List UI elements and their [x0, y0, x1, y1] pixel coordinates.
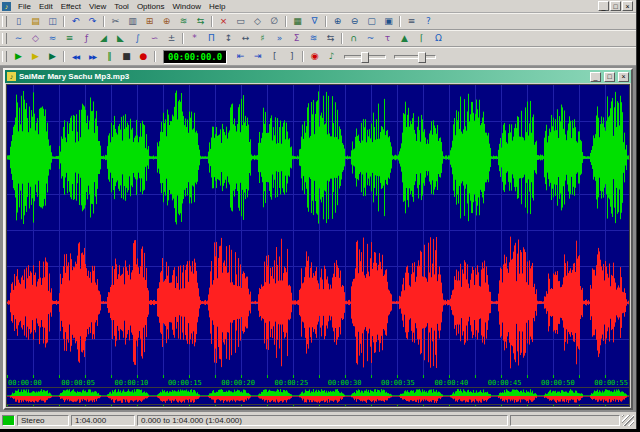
- equalizer-button[interactable]: ≡: [61, 32, 78, 45]
- toolbar-icon: ♯: [260, 34, 264, 43]
- paste-button[interactable]: ⊞: [141, 15, 158, 28]
- toolbar-icon: ≡: [66, 34, 74, 43]
- marker-button[interactable]: ∇: [306, 15, 323, 28]
- toolbar-icon: ƒ: [85, 34, 88, 43]
- smoother-button[interactable]: ~: [362, 32, 379, 45]
- menu-edit[interactable]: Edit: [35, 0, 57, 12]
- shape-button[interactable]: ∩: [345, 32, 362, 45]
- pitch-button[interactable]: ♯: [254, 32, 271, 45]
- document-titlebar[interactable]: ♪ SaiMar Mary Sachu Mp3.mp3 _ □ ×: [5, 70, 631, 83]
- set-start-marker-button[interactable]: [: [266, 50, 283, 63]
- rewind-button[interactable]: ◀◀: [67, 50, 84, 63]
- menu-tool[interactable]: Tool: [110, 0, 133, 12]
- cut-button[interactable]: ✂: [107, 15, 124, 28]
- copy-button[interactable]: ▥: [124, 15, 141, 28]
- zoom-in-button[interactable]: ⊕: [329, 15, 346, 28]
- toolbar-icon: ⊞: [146, 17, 154, 26]
- toolbar-drag-handle[interactable]: [2, 51, 7, 62]
- select-all-button[interactable]: ▦: [289, 15, 306, 28]
- toolbar-icon: ▥: [128, 17, 137, 26]
- fast-forward-button[interactable]: ▶▶: [84, 50, 101, 63]
- zoom-all-button[interactable]: ▣: [380, 15, 397, 28]
- offset-button[interactable]: ↕: [220, 32, 237, 45]
- menu-view[interactable]: View: [85, 0, 110, 12]
- screen: ♪ File Edit Effect View Tool Options Win…: [0, 0, 640, 432]
- fade-in-button[interactable]: ◢: [95, 32, 112, 45]
- zoom-out-button[interactable]: ⊖: [346, 15, 363, 28]
- waveform-display[interactable]: [7, 85, 629, 375]
- play-selection-button[interactable]: ▶: [27, 50, 44, 63]
- expression-button[interactable]: ƒ: [78, 32, 95, 45]
- help-button[interactable]: ?: [420, 15, 437, 28]
- toolbar-drag-handle[interactable]: [2, 33, 7, 44]
- volume-button[interactable]: ▲: [396, 32, 413, 45]
- filter-button[interactable]: ∫: [129, 32, 146, 45]
- zoom-selection-button[interactable]: ▢: [363, 15, 380, 28]
- toolbar-icon: ▭: [236, 17, 245, 26]
- noise-gate-button[interactable]: Ω: [430, 32, 447, 45]
- balance-slider[interactable]: [394, 52, 436, 61]
- reverb-button[interactable]: ≋: [305, 32, 322, 45]
- resize-grip[interactable]: [622, 415, 634, 426]
- new-button[interactable]: ▯: [10, 15, 27, 28]
- playback-rate-button[interactable]: »: [271, 32, 288, 45]
- play-button[interactable]: ▶: [10, 50, 27, 63]
- menu-effect[interactable]: Effect: [57, 0, 85, 12]
- document-minimize-button[interactable]: _: [590, 72, 601, 82]
- menu-help[interactable]: Help: [205, 0, 229, 12]
- menu-options[interactable]: Options: [133, 0, 169, 12]
- paste-new-button[interactable]: ⊕: [158, 15, 175, 28]
- toolbar-icon: ▲: [401, 34, 408, 43]
- mute-button[interactable]: ◇: [249, 15, 266, 28]
- mechanize-button[interactable]: *: [186, 32, 203, 45]
- monitor-button[interactable]: ◉: [306, 50, 323, 63]
- dynamics-button[interactable]: ◇: [27, 32, 44, 45]
- trim-button[interactable]: ▭: [232, 15, 249, 28]
- record-button[interactable]: ●: [135, 50, 152, 63]
- restore-button[interactable]: □: [610, 1, 621, 11]
- maximize-volume-button[interactable]: ⌈: [413, 32, 430, 45]
- toolbar-separator: [63, 51, 65, 62]
- invert-button[interactable]: ±: [163, 32, 180, 45]
- time-warp-button[interactable]: τ: [379, 32, 396, 45]
- toolbar-icon: ◉: [311, 52, 319, 61]
- volume-slider[interactable]: [344, 52, 386, 61]
- doppler-button[interactable]: ∼: [10, 32, 27, 45]
- menu-window[interactable]: Window: [168, 0, 204, 12]
- go-to-start-button[interactable]: ⇤: [232, 50, 249, 63]
- overview-strip[interactable]: [7, 387, 629, 405]
- mix-button[interactable]: ≋: [175, 15, 192, 28]
- echo-button[interactable]: ≈: [44, 32, 61, 45]
- undo-button[interactable]: ↶: [67, 15, 84, 28]
- time-axis[interactable]: 00:00:0000:00:0500:00:1000:00:1500:00:20…: [7, 375, 629, 387]
- document-close-button[interactable]: ×: [618, 72, 629, 82]
- close-button[interactable]: ×: [622, 1, 633, 11]
- go-to-end-button[interactable]: ⇥: [249, 50, 266, 63]
- play-all-button[interactable]: ▶: [44, 50, 61, 63]
- pause-button[interactable]: ∥: [101, 50, 118, 63]
- flanger-button[interactable]: ∽: [146, 32, 163, 45]
- toolbar-icon: ◇: [32, 34, 39, 43]
- document-maximize-button[interactable]: □: [604, 72, 615, 82]
- volume-slider-thumb[interactable]: [361, 52, 369, 63]
- stop-button[interactable]: ■: [118, 50, 135, 63]
- noise-reduction-button[interactable]: Π: [203, 32, 220, 45]
- menu-file[interactable]: File: [14, 0, 35, 12]
- minimize-button[interactable]: _: [598, 1, 609, 11]
- reverse-button[interactable]: ⇆: [322, 32, 339, 45]
- open-button[interactable]: ▤: [27, 15, 44, 28]
- toolbar-drag-handle[interactable]: [2, 16, 7, 27]
- sound-device-button[interactable]: ♪: [323, 50, 340, 63]
- silence-button[interactable]: ∅: [266, 15, 283, 28]
- fade-out-button[interactable]: ◣: [112, 32, 129, 45]
- set-end-marker-button[interactable]: ]: [283, 50, 300, 63]
- pan-button[interactable]: ↔: [237, 32, 254, 45]
- balance-slider-thumb[interactable]: [418, 52, 426, 63]
- replace-button[interactable]: ⇆: [192, 15, 209, 28]
- overview-axis[interactable]: 00:00:0000:00:0500:00:1000:00:1500:00:20…: [7, 405, 629, 407]
- delete-button[interactable]: ×: [215, 15, 232, 28]
- resample-button[interactable]: Σ: [288, 32, 305, 45]
- save-button[interactable]: ◫: [44, 15, 61, 28]
- redo-button[interactable]: ↷: [84, 15, 101, 28]
- properties-button[interactable]: ≡: [403, 15, 420, 28]
